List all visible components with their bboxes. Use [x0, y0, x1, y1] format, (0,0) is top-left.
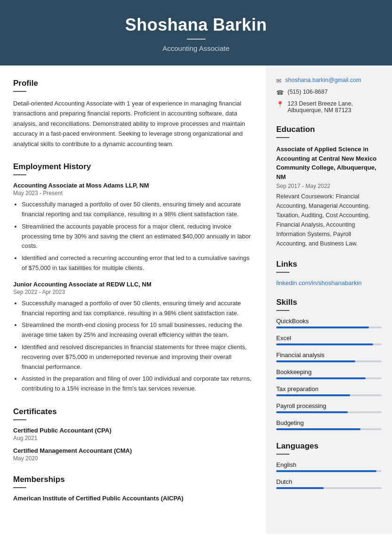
profile-text: Detail-oriented Accounting Associate wit… — [13, 98, 253, 149]
skill-bar-fill — [276, 360, 355, 362]
skill-bar-fill — [276, 343, 373, 345]
address-text: 123 Desert Breeze Lane, Albuquerque, NM … — [288, 100, 353, 114]
languages-title: Languages — [276, 441, 382, 451]
job-item: Junior Accounting Associate at REDW LLC,… — [13, 281, 253, 394]
cert-item: Certified Public Accountant (CPA) Aug 20… — [13, 427, 253, 441]
profile-title: Profile — [13, 79, 253, 88]
skill-bar-fill — [276, 394, 350, 396]
skill-label: Financial analysis — [276, 351, 382, 359]
language-label: English — [276, 461, 382, 468]
profile-divider — [13, 91, 26, 92]
certificates-title: Certificates — [13, 407, 253, 416]
skill-label: QuickBooks — [276, 318, 382, 325]
skills-list: QuickBooks Excel Financial analysis Book… — [276, 318, 382, 430]
edu-dates: Sep 2017 - May 2022 — [276, 183, 382, 189]
skill-label: Bookkeeping — [276, 368, 382, 375]
languages-list: English Dutch — [276, 461, 382, 489]
bullet: Streamlined the accounts payable process… — [22, 222, 253, 251]
email-item: ✉ shoshana.barkin@gmail.com — [276, 77, 382, 84]
education-divider — [276, 137, 289, 138]
language-bar-fill — [276, 470, 376, 472]
candidate-name: Shoshana Barkin — [9, 15, 383, 35]
skill-label: Payroll processing — [276, 402, 382, 409]
employment-title: Employment History — [13, 162, 253, 171]
cert-date-1: Aug 2021 — [13, 435, 253, 441]
memberships-title: Memberships — [13, 475, 253, 484]
links-title: Links — [276, 260, 382, 269]
skill-bar-fill — [276, 377, 366, 379]
bullet: Identified and corrected a recurring acc… — [22, 253, 253, 273]
job-dates-1: May 2023 - Present — [13, 190, 253, 196]
skills-divider — [276, 310, 289, 311]
main-column: Profile Detail-oriented Accounting Assoc… — [0, 65, 266, 534]
certificates-section: Certificates Certified Public Accountant… — [13, 407, 253, 462]
language-item: English — [276, 461, 382, 472]
location-icon: 📍 — [276, 101, 284, 108]
skill-item: Excel — [276, 335, 382, 345]
skill-item: Financial analysis — [276, 351, 382, 362]
memberships-section: Memberships American Institute of Certif… — [13, 475, 253, 502]
skill-bar-bg — [276, 377, 382, 379]
skill-bar-bg — [276, 360, 382, 362]
cert-title-2: Certified Management Accountant (CMA) — [13, 447, 253, 454]
language-label: Dutch — [276, 478, 382, 485]
employment-section: Employment History Accounting Associate … — [13, 162, 253, 394]
education-section: Education Associate of Applied Science i… — [276, 125, 382, 248]
language-bar-bg — [276, 487, 382, 489]
edu-degree: Associate of Applied Science in Accounti… — [276, 145, 382, 181]
skill-item: Tax preparation — [276, 385, 382, 396]
body-wrapper: Profile Detail-oriented Accounting Assoc… — [0, 65, 392, 534]
job-bullets-1: Successfully managed a portfolio of over… — [13, 200, 253, 273]
bullet: Identified and resolved discrepancies in… — [22, 343, 253, 372]
links-section: Links linkedin.com/in/shoshanabarkin — [276, 260, 382, 286]
cert-item: Certified Management Accountant (CMA) Ma… — [13, 447, 253, 462]
skill-bar-bg — [276, 394, 382, 396]
skill-item: Budgeting — [276, 419, 382, 430]
skill-bar-bg — [276, 326, 382, 328]
skill-bar-bg — [276, 428, 382, 430]
candidate-title: Accounting Associate — [9, 44, 383, 52]
email-icon: ✉ — [276, 77, 281, 84]
skills-title: Skills — [276, 298, 382, 307]
bullet: Streamlined the month-end closing proces… — [22, 320, 253, 340]
links-divider — [276, 272, 289, 273]
skill-label: Tax preparation — [276, 385, 382, 392]
skill-bar-bg — [276, 343, 382, 345]
edu-courses: Relevant Coursework: Financial Accountin… — [276, 192, 382, 248]
job-bullets-2: Successfully managed a portfolio of over… — [13, 299, 253, 394]
language-bar-fill — [276, 487, 324, 489]
linkedin-link[interactable]: linkedin.com/in/shoshanabarkin — [276, 279, 361, 286]
phone-item: ☎ (515) 106-8687 — [276, 89, 382, 96]
sidebar: ✉ shoshana.barkin@gmail.com ☎ (515) 106-… — [266, 65, 392, 534]
job-title-1: Accounting Associate at Moss Adams LLP, … — [13, 182, 253, 189]
bullet: Successfully managed a portfolio of over… — [22, 200, 253, 220]
employment-divider — [13, 174, 26, 175]
member-title-1: American Institute of Certified Public A… — [13, 495, 253, 502]
language-bar-bg — [276, 470, 382, 472]
language-item: Dutch — [276, 478, 382, 489]
job-dates-2: Sep 2022 - Apr 2023 — [13, 289, 253, 295]
skill-item: Payroll processing — [276, 402, 382, 413]
phone-text: (515) 106-8687 — [288, 89, 328, 95]
languages-divider — [276, 454, 289, 455]
job-item: Accounting Associate at Moss Adams LLP, … — [13, 182, 253, 273]
certificates-divider — [13, 419, 26, 420]
header-divider — [187, 39, 206, 40]
skill-bar-bg — [276, 411, 382, 413]
skill-label: Budgeting — [276, 419, 382, 426]
contact-section: ✉ shoshana.barkin@gmail.com ☎ (515) 106-… — [276, 77, 382, 114]
address-item: 📍 123 Desert Breeze Lane, Albuquerque, N… — [276, 100, 382, 114]
skill-item: Bookkeeping — [276, 368, 382, 379]
skill-label: Excel — [276, 335, 382, 342]
skill-item: QuickBooks — [276, 318, 382, 328]
cert-date-2: May 2020 — [13, 455, 253, 462]
skill-bar-fill — [276, 428, 360, 430]
cert-title-1: Certified Public Accountant (CPA) — [13, 427, 253, 434]
email-link[interactable]: shoshana.barkin@gmail.com — [285, 77, 361, 83]
languages-section: Languages English Dutch — [276, 441, 382, 489]
skill-bar-fill — [276, 411, 348, 413]
resume-header: Shoshana Barkin Accounting Associate — [0, 0, 392, 65]
bullet: Assisted in the preparation and filing o… — [22, 374, 253, 394]
memberships-divider — [13, 487, 26, 488]
profile-section: Profile Detail-oriented Accounting Assoc… — [13, 79, 253, 149]
